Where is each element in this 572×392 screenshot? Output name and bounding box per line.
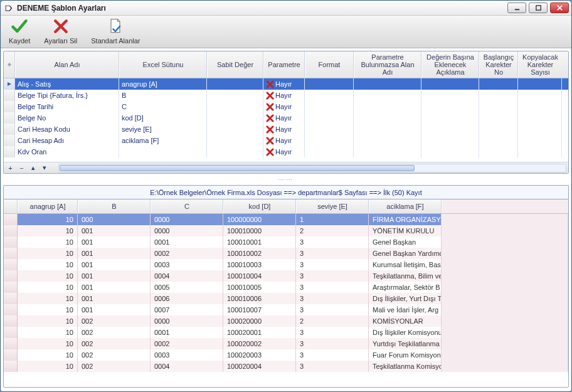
cell-f[interactable]: KOMİSYONLAR xyxy=(369,315,442,327)
row-selector-header[interactable] xyxy=(4,51,15,78)
cell-param[interactable]: Hayır xyxy=(263,135,305,146)
cell-e[interactable]: 1 xyxy=(296,214,369,225)
cell-db[interactable] xyxy=(421,90,479,101)
cell-f[interactable]: Teşkilatlanma Komisyo xyxy=(369,361,442,372)
cell-bk[interactable] xyxy=(479,78,518,90)
cell-a[interactable]: 10 xyxy=(18,248,78,259)
cell-e[interactable]: 3 xyxy=(296,304,369,315)
save-button[interactable]: Kaydet xyxy=(4,16,34,46)
cell-f[interactable]: Genel Başkan Yardımcı xyxy=(369,248,442,259)
cell-f[interactable]: Teşkilatlanma, Bilim ve xyxy=(369,270,442,282)
cell-alan[interactable]: Kdv Oran xyxy=(15,146,119,157)
cell-e[interactable]: 3 xyxy=(296,236,369,248)
cell-a[interactable]: 10 xyxy=(18,225,78,236)
table-row[interactable]: Belge Tipi {Fatura, İrs.}BHayır xyxy=(4,90,568,101)
col-sabit-deger[interactable]: Sabit Değer xyxy=(207,51,263,78)
cell-d[interactable]: 100010000 xyxy=(223,225,296,236)
cell-format[interactable] xyxy=(305,124,354,135)
cell-a[interactable]: 10 xyxy=(18,304,78,315)
cell-b[interactable]: 002 xyxy=(78,361,151,372)
cell-param[interactable]: Hayır xyxy=(263,78,305,90)
cell-a[interactable]: 10 xyxy=(18,236,78,248)
cell-alan[interactable]: Belge Tarihi xyxy=(15,101,119,112)
cell-d[interactable]: 100010007 xyxy=(223,304,296,315)
cell-c[interactable]: 0000 xyxy=(151,225,223,236)
col-c[interactable]: C xyxy=(151,199,223,213)
cell-a[interactable]: 10 xyxy=(18,315,78,327)
cell-format[interactable] xyxy=(305,112,354,124)
table-row[interactable]: 1000100061000100063Dış İlişkiler, Yurt D… xyxy=(4,293,568,304)
cell-sabit[interactable] xyxy=(207,78,263,90)
cell-b[interactable]: 002 xyxy=(78,349,151,361)
cell-bk[interactable] xyxy=(479,124,518,135)
cell-sabit[interactable] xyxy=(207,112,263,124)
table-row[interactable]: 1000100031000100033Kurumsal İletişim, Ba… xyxy=(4,259,568,270)
cell-b[interactable]: 001 xyxy=(78,259,151,270)
cell-f[interactable]: Yurtdışı Teşkilatlanma xyxy=(369,338,442,349)
col-b[interactable]: B xyxy=(78,199,151,213)
cell-bk[interactable] xyxy=(479,101,518,112)
cell-b[interactable]: 000 xyxy=(78,214,151,225)
preview-grid-body[interactable]: 1000000001000000001FİRMA ORGANİZASYO1000… xyxy=(4,214,568,387)
cell-d[interactable]: 100020002 xyxy=(223,338,296,349)
col-parametre[interactable]: Parametre xyxy=(263,51,305,78)
cell-c[interactable]: 0000 xyxy=(151,214,223,225)
col-excel-sutunu[interactable]: Excel Sütunu xyxy=(119,51,207,78)
cell-b[interactable]: 001 xyxy=(78,293,151,304)
cell-bk[interactable] xyxy=(479,112,518,124)
cell-b[interactable]: 001 xyxy=(78,248,151,259)
cell-param[interactable]: Hayır xyxy=(263,124,305,135)
cell-alan[interactable]: Belge No xyxy=(15,112,119,124)
cell-bk[interactable] xyxy=(479,90,518,101)
cell-kk[interactable] xyxy=(518,146,562,157)
cell-db[interactable] xyxy=(421,135,479,146)
table-row[interactable]: 1000200001000200002KOMİSYONLAR xyxy=(4,315,568,327)
cell-d[interactable]: 100010002 xyxy=(223,248,296,259)
cell-d[interactable]: 100000000 xyxy=(223,214,296,225)
standard-fields-button[interactable]: Standart Alanlar xyxy=(87,16,144,46)
cell-f[interactable]: FİRMA ORGANİZASYO xyxy=(369,214,442,225)
col-format[interactable]: Format xyxy=(305,51,354,78)
cell-e[interactable]: 3 xyxy=(296,270,369,282)
cell-format[interactable] xyxy=(305,90,354,101)
cell-c[interactable]: 0006 xyxy=(151,293,223,304)
cell-b[interactable]: 001 xyxy=(78,270,151,282)
cell-f[interactable]: Dış İlişkiler Komisyonu xyxy=(369,327,442,338)
cell-c[interactable]: 0004 xyxy=(151,270,223,282)
cell-e[interactable]: 3 xyxy=(296,248,369,259)
table-row[interactable]: 1000200031000200033Fuar Forum Komisyon xyxy=(4,349,568,361)
row-selector-header[interactable] xyxy=(4,199,18,213)
cell-param[interactable]: Hayır xyxy=(263,101,305,112)
cell-e[interactable]: 3 xyxy=(296,327,369,338)
cell-d[interactable]: 100010006 xyxy=(223,293,296,304)
cell-d[interactable]: 100020003 xyxy=(223,349,296,361)
grid-body[interactable]: Alış - Satışanagrup [A]HayırBelge Tipi {… xyxy=(4,78,568,162)
cell-b[interactable]: 001 xyxy=(78,282,151,293)
last-row-button[interactable]: ▾ xyxy=(40,164,49,172)
cell-c[interactable]: 0001 xyxy=(151,327,223,338)
cell-pb[interactable] xyxy=(354,90,421,101)
table-row[interactable]: 1000000001000000001FİRMA ORGANİZASYO xyxy=(4,214,568,225)
cell-d[interactable]: 100010001 xyxy=(223,236,296,248)
cell-f[interactable]: Araştırmalar, Sektör B xyxy=(369,282,442,293)
cell-d[interactable]: 100020001 xyxy=(223,327,296,338)
cell-c[interactable]: 0003 xyxy=(151,259,223,270)
cell-a[interactable]: 10 xyxy=(18,327,78,338)
cell-c[interactable]: 0007 xyxy=(151,304,223,315)
table-row[interactable]: 1000100001000100002YÖNETİM KURULU xyxy=(4,225,568,236)
col-anagrup[interactable]: anagrup [A] xyxy=(18,199,78,213)
col-seviye[interactable]: seviye [E] xyxy=(296,199,369,213)
cell-db[interactable] xyxy=(421,78,479,90)
minimize-button[interactable] xyxy=(507,3,526,13)
cell-f[interactable]: Mali ve İdari İşler, Arg xyxy=(369,304,442,315)
cell-sabit[interactable] xyxy=(207,146,263,157)
cell-d[interactable]: 100010005 xyxy=(223,282,296,293)
cell-pb[interactable] xyxy=(354,124,421,135)
cell-excel[interactable]: anagrup [A] xyxy=(119,78,207,90)
splitter[interactable]: ⋯⋯ xyxy=(3,176,569,183)
cell-bk[interactable] xyxy=(479,146,518,157)
cell-format[interactable] xyxy=(305,135,354,146)
col-parametre-bulunmazsa[interactable]: Parametre Bulunmazsa Alan Adı xyxy=(354,51,421,78)
first-row-button[interactable]: ▴ xyxy=(28,164,38,172)
cell-e[interactable]: 3 xyxy=(296,282,369,293)
